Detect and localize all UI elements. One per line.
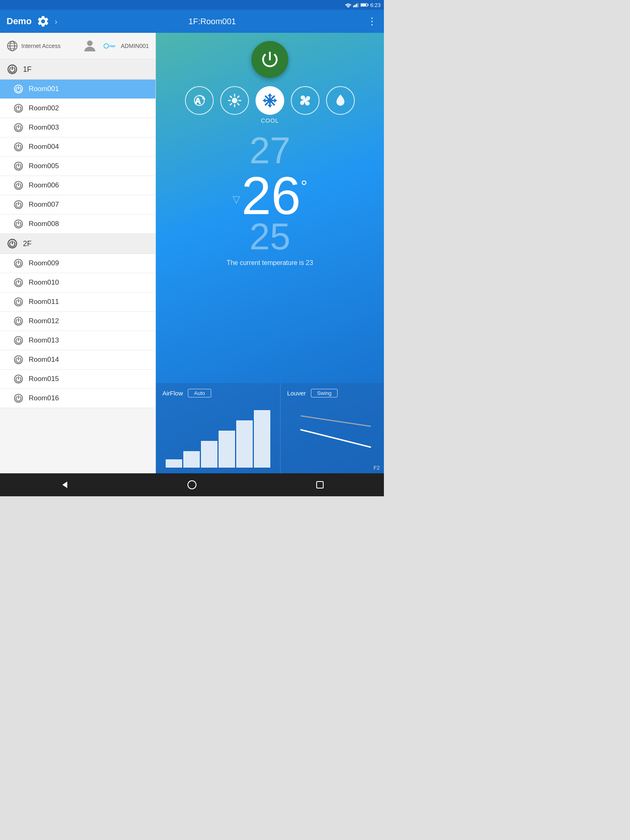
- temp-current[interactable]: 26: [242, 169, 301, 222]
- room-power-icon-room013: [13, 335, 24, 346]
- room-power-icon-room015: [13, 374, 24, 384]
- sidebar-item-room012[interactable]: Room012: [0, 312, 155, 331]
- temp-degree: °: [301, 177, 307, 196]
- louver-svg: [287, 402, 377, 468]
- room-power-icon-room006: [13, 180, 24, 191]
- svg-rect-3: [357, 3, 358, 7]
- sidebar-item-room011[interactable]: Room011: [0, 292, 155, 312]
- temp-upper[interactable]: 27: [249, 132, 290, 169]
- admin-label: ADMIN001: [121, 43, 149, 49]
- power-button[interactable]: [251, 41, 288, 78]
- sidebar-item-room008[interactable]: Room008: [0, 215, 155, 234]
- airflow-bar-6: [254, 410, 270, 468]
- sidebar-item-room002[interactable]: Room002: [0, 99, 155, 118]
- app-title: Demo: [7, 16, 32, 27]
- page-f2-label: F2: [374, 465, 380, 471]
- mode-fan-button[interactable]: [291, 86, 320, 115]
- dry-icon: [333, 93, 348, 108]
- sidebar-item-room006[interactable]: Room006: [0, 176, 155, 195]
- floor-power-icon-2f: [7, 238, 18, 249]
- svg-line-62: [301, 430, 370, 447]
- sidebar-item-room007[interactable]: Room007: [0, 195, 155, 215]
- floor-2f-label: 2F: [23, 240, 32, 248]
- airflow-bar-3: [201, 441, 217, 468]
- svg-line-44: [237, 103, 239, 105]
- globe-icon: [7, 40, 18, 52]
- room005-label: Room005: [29, 162, 59, 170]
- temp-down-arrow-icon[interactable]: ▽: [233, 194, 240, 205]
- room011-label: Room011: [29, 298, 59, 306]
- mode-cool-button[interactable]: [256, 86, 284, 115]
- room-power-icon-room002: [13, 103, 24, 114]
- room-power-icon-room001: [13, 84, 24, 94]
- louver-setting[interactable]: Swing: [311, 389, 338, 397]
- svg-rect-6: [361, 4, 366, 6]
- back-icon: [59, 480, 69, 490]
- temperature-display: 27 ▽ 26 ° 25 The current temperature is …: [227, 132, 313, 267]
- airflow-header: AirFlow Auto: [162, 389, 274, 397]
- user-icon: [82, 38, 98, 54]
- floor-power-icon-1f: [7, 64, 18, 75]
- svg-rect-0: [353, 5, 354, 7]
- floor-1f-label: 1F: [23, 65, 32, 74]
- room-power-icon-room014: [13, 354, 24, 365]
- room016-label: Room016: [29, 394, 59, 402]
- sun-icon: [227, 93, 242, 108]
- room008-label: Room008: [29, 220, 59, 228]
- sidebar-item-room003[interactable]: Room003: [0, 118, 155, 137]
- room-power-icon-room011: [13, 297, 24, 307]
- back-button[interactable]: [52, 477, 76, 493]
- sidebar-item-room010[interactable]: Room010: [0, 273, 155, 292]
- svg-line-45: [230, 103, 231, 105]
- ac-control-panel: A: [156, 33, 384, 473]
- svg-line-43: [230, 96, 231, 97]
- svg-rect-2: [356, 4, 357, 7]
- mode-heat-button[interactable]: [220, 86, 249, 115]
- room010-label: Room010: [29, 278, 59, 287]
- more-menu-button[interactable]: ⋮: [367, 16, 377, 27]
- sidebar-item-room014[interactable]: Room014: [0, 350, 155, 370]
- svg-point-51: [268, 99, 272, 102]
- louver-label: Louver: [287, 390, 306, 397]
- sidebar: Internet Access ADMIN001 1F: [0, 33, 156, 473]
- floor-2f[interactable]: 2F: [0, 234, 155, 254]
- sidebar-item-room015[interactable]: Room015: [0, 370, 155, 389]
- mode-dry-button[interactable]: [326, 86, 355, 115]
- home-icon: [187, 480, 197, 490]
- room-title: 1F:Room001: [62, 17, 362, 26]
- airflow-setting[interactable]: Auto: [188, 389, 211, 397]
- mode-buttons-row: A: [185, 86, 355, 115]
- sidebar-item-room013[interactable]: Room013: [0, 331, 155, 350]
- room002-label: Room002: [29, 104, 59, 112]
- sidebar-item-room009[interactable]: Room009: [0, 254, 155, 273]
- sidebar-item-room016[interactable]: Room016: [0, 389, 155, 408]
- floor-1f[interactable]: 1F: [0, 59, 155, 80]
- svg-line-46: [237, 96, 239, 97]
- mode-auto-button[interactable]: A: [185, 86, 214, 115]
- recents-button[interactable]: [308, 477, 332, 493]
- sidebar-item-room001[interactable]: Room001: [0, 80, 155, 99]
- room004-label: Room004: [29, 143, 59, 151]
- airflow-bar-4: [219, 431, 235, 468]
- svg-rect-5: [368, 4, 368, 6]
- louver-panel: Louver Swing F2: [281, 383, 384, 473]
- gear-icon[interactable]: [37, 15, 50, 28]
- svg-line-61: [301, 416, 370, 426]
- airflow-panel: AirFlow Auto: [156, 383, 281, 473]
- sidebar-item-room005[interactable]: Room005: [0, 157, 155, 176]
- bottom-controls: AirFlow Auto Louver Swing: [156, 383, 384, 473]
- temp-current-row: ▽ 26 °: [233, 169, 308, 222]
- room001-label: Room001: [29, 85, 59, 93]
- internet-access-label: Internet Access: [21, 43, 61, 49]
- home-button[interactable]: [180, 477, 204, 493]
- svg-point-64: [188, 481, 196, 489]
- battery-icon: [361, 2, 369, 7]
- airflow-bar-2: [183, 451, 200, 468]
- svg-rect-65: [317, 482, 323, 488]
- sidebar-item-room004[interactable]: Room004: [0, 137, 155, 157]
- louver-header: Louver Swing: [287, 389, 377, 397]
- svg-rect-1: [354, 5, 356, 7]
- status-icons: 6:23: [345, 2, 381, 8]
- internet-access-section: Internet Access: [7, 40, 77, 52]
- app-header: Demo › 1F:Room001 ⋮: [0, 10, 384, 33]
